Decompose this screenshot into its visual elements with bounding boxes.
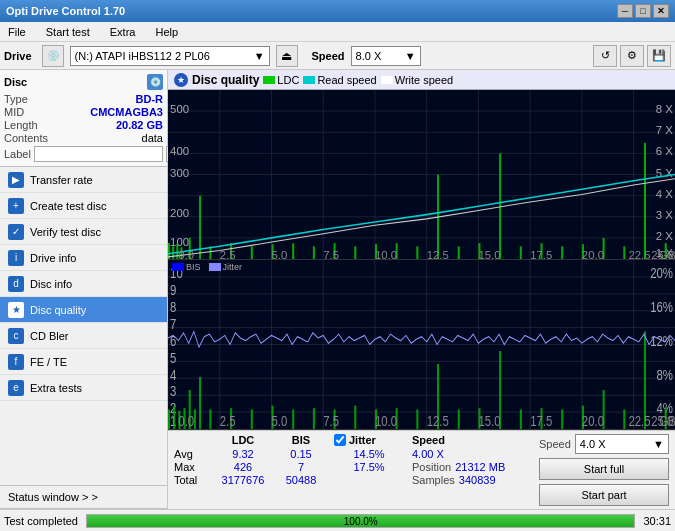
bottom-chart: BIS Jitter [168, 260, 675, 430]
title-bar: Opti Drive Control 1.70 ─ □ ✕ [0, 0, 675, 22]
app-title: Opti Drive Control 1.70 [6, 5, 125, 17]
drive-icon: 💿 [42, 45, 64, 67]
charts-wrapper: 8 X 7 X 6 X 5 X 4 X 3 X 2 X 1 X [168, 90, 675, 430]
main-content: Disc 💿 Type BD-R MID CMCMAGBA3 Length 20… [0, 70, 675, 509]
extra-tests-label: Extra tests [30, 382, 82, 394]
bis-col-header: BIS [276, 434, 326, 446]
svg-rect-104 [173, 406, 175, 429]
sidebar-item-fe-te[interactable]: f FE / TE [0, 349, 167, 375]
start-full-button[interactable]: Start full [539, 458, 669, 480]
svg-rect-108 [194, 410, 196, 430]
contents-label: Contents [4, 132, 48, 144]
svg-text:300: 300 [170, 167, 189, 179]
svg-rect-115 [313, 408, 315, 429]
sidebar-item-verify-test-disc[interactable]: ✓ Verify test disc [0, 219, 167, 245]
svg-text:22.5: 22.5 [628, 249, 650, 259]
menu-help[interactable]: Help [151, 25, 182, 39]
legend-write-speed: Write speed [381, 74, 454, 86]
svg-text:12.5: 12.5 [427, 413, 449, 429]
settings-button[interactable]: ⚙ [620, 45, 644, 67]
ldc-col-header: LDC [218, 434, 268, 446]
refresh-button[interactable]: ↺ [593, 45, 617, 67]
speed-label: Speed [312, 50, 345, 62]
type-value: BD-R [136, 93, 164, 105]
svg-text:0.0: 0.0 [178, 413, 194, 429]
svg-rect-45 [520, 246, 522, 259]
position-row: Position 21312 MB [412, 461, 505, 473]
chart-header: ★ Disc quality LDC Read speed Write spee… [168, 70, 675, 90]
svg-text:17.5: 17.5 [530, 249, 552, 259]
jitter-checkbox[interactable] [334, 434, 346, 446]
svg-text:500: 500 [170, 103, 189, 115]
start-part-button[interactable]: Start part [539, 484, 669, 506]
max-bis: 7 [276, 461, 326, 473]
svg-text:7.5: 7.5 [323, 249, 339, 259]
label-label: Label [4, 148, 31, 160]
transfer-rate-icon: ▶ [8, 172, 24, 188]
disc-quality-icon: ★ [8, 302, 24, 318]
extra-tests-icon: e [8, 380, 24, 396]
legend-read-speed: Read speed [303, 74, 376, 86]
stats-area: LDC BIS Jitter Speed Avg 9.32 0.15 14. [174, 434, 669, 506]
menu-extra[interactable]: Extra [106, 25, 140, 39]
svg-text:2.5: 2.5 [220, 413, 236, 429]
svg-rect-120 [416, 410, 418, 430]
length-value: 20.82 GB [116, 119, 163, 131]
avg-label: Avg [174, 448, 210, 460]
svg-rect-127 [561, 410, 563, 430]
max-jitter: 17.5% [334, 461, 404, 473]
speed-static-label: Speed [539, 438, 571, 450]
samples-value: 340839 [459, 474, 496, 486]
svg-text:9: 9 [170, 282, 176, 299]
max-ldc: 426 [218, 461, 268, 473]
sidebar-item-transfer-rate[interactable]: ▶ Transfer rate [0, 167, 167, 193]
sidebar-item-disc-quality[interactable]: ★ Disc quality [0, 297, 167, 323]
eject-button[interactable]: ⏏ [276, 45, 298, 67]
sidebar: Disc 💿 Type BD-R MID CMCMAGBA3 Length 20… [0, 70, 168, 509]
fe-te-icon: f [8, 354, 24, 370]
top-chart: 8 X 7 X 6 X 5 X 4 X 3 X 2 X 1 X [168, 90, 675, 260]
status-window-button[interactable]: Status window > > [0, 485, 167, 509]
sidebar-item-extra-tests[interactable]: e Extra tests [0, 375, 167, 401]
label-input[interactable] [34, 146, 163, 162]
stats-table: LDC BIS Jitter Speed Avg 9.32 0.15 14. [174, 434, 531, 486]
svg-rect-112 [251, 410, 253, 430]
menu-start-test[interactable]: Start test [42, 25, 94, 39]
fe-te-label: FE / TE [30, 356, 67, 368]
sidebar-item-drive-info[interactable]: i Drive info [0, 245, 167, 271]
disc-section-title: Disc [4, 76, 27, 88]
maximize-button[interactable]: □ [635, 4, 651, 18]
position-value: 21312 MB [455, 461, 505, 473]
length-label: Length [4, 119, 38, 131]
svg-text:16%: 16% [650, 299, 673, 316]
close-button[interactable]: ✕ [653, 4, 669, 18]
bottom-chart-svg: 20% 16% 12% 8% 4% 10 9 8 7 6 5 4 3 2 1 [168, 260, 675, 429]
sidebar-item-disc-info[interactable]: d Disc info [0, 271, 167, 297]
svg-text:12.5: 12.5 [427, 249, 449, 259]
chart-icon: ★ [174, 73, 188, 87]
svg-text:8: 8 [170, 299, 176, 316]
sidebar-item-cd-bler[interactable]: c CD Bler [0, 323, 167, 349]
speed-select[interactable]: 8.0 X ▼ [351, 46, 421, 66]
speed-control-row: Speed 4.0 X ▼ [539, 434, 669, 454]
drive-select[interactable]: (N:) ATAPI iHBS112 2 PL06 ▼ [70, 46, 270, 66]
status-text: Test completed [4, 515, 78, 527]
status-time: 30:31 [643, 515, 671, 527]
menu-file[interactable]: File [4, 25, 30, 39]
drive-bar: Drive 💿 (N:) ATAPI iHBS112 2 PL06 ▼ ⏏ Sp… [0, 42, 675, 70]
title-bar-controls: ─ □ ✕ [617, 4, 669, 18]
save-button[interactable]: 💾 [647, 45, 671, 67]
svg-text:10.0: 10.0 [375, 249, 397, 259]
right-buttons: Speed 4.0 X ▼ Start full Start part [539, 434, 669, 506]
stats-panel: LDC BIS Jitter Speed Avg 9.32 0.15 14. [168, 430, 675, 509]
svg-text:10.0: 10.0 [375, 413, 397, 429]
sidebar-item-create-test-disc[interactable]: + Create test disc [0, 193, 167, 219]
speed-dropdown[interactable]: 4.0 X ▼ [575, 434, 669, 454]
svg-text:5: 5 [170, 349, 176, 366]
avg-row: Avg 9.32 0.15 14.5% 4.00 X [174, 448, 531, 460]
svg-text:17.5: 17.5 [530, 413, 552, 429]
svg-rect-47 [561, 246, 563, 259]
minimize-button[interactable]: ─ [617, 4, 633, 18]
top-chart-svg: 8 X 7 X 6 X 5 X 4 X 3 X 2 X 1 X [168, 90, 675, 259]
right-content: ★ Disc quality LDC Read speed Write spee… [168, 70, 675, 509]
